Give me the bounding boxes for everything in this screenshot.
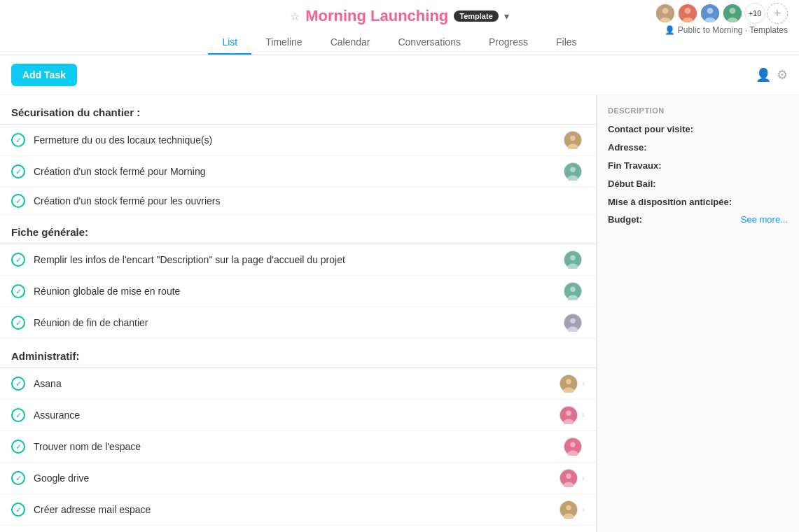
avatar-more: +10 [744, 3, 765, 24]
table-row[interactable]: ✓ Asana › [0, 368, 596, 400]
avatar-4 [722, 3, 743, 24]
task-name: Google drive [34, 472, 560, 484]
desc-label-adresse: Adresse: [608, 142, 647, 153]
desc-field-debut-bail: Début Bail: [608, 178, 788, 189]
toolbar: Add Task 👤 ⚙ [0, 55, 799, 95]
chevron-right-icon: › [582, 505, 585, 514]
desc-budget-row: Budget: See more... [608, 214, 788, 225]
check-icon[interactable]: ✓ [11, 377, 25, 391]
table-row[interactable]: ✓ Création d'un stock fermé pour Morning [0, 156, 596, 188]
svg-point-7 [707, 8, 714, 14]
desc-field-adresse: Adresse: [608, 141, 788, 153]
task-avatar [560, 469, 578, 487]
desc-label-mise-dispo: Mise à disposition anticipée: [608, 197, 732, 207]
task-name: Trouver nom de l'espace [34, 441, 564, 452]
check-icon[interactable]: ✓ [11, 284, 25, 298]
task-avatar [560, 374, 578, 393]
task-name: Remplir les infos de l'encart "Descripti… [34, 254, 564, 265]
app-header: ☆ Morning Launching Template ▾ +10 + 👤 P… [0, 0, 799, 55]
desc-label-debut-bail: Début Bail: [608, 178, 656, 189]
table-row[interactable]: ✓ Création d'un stock fermé pour les ouv… [0, 188, 596, 215]
task-avatar [564, 131, 582, 149]
svg-point-40 [566, 505, 571, 510]
desc-label-contact: Contact pour visite: [608, 124, 693, 134]
task-avatar [560, 500, 578, 519]
task-avatar-wrap: › [560, 374, 585, 393]
table-row[interactable]: ✓ Trouver nom de l'espace [0, 431, 596, 463]
table-row[interactable]: ✓ Réunion globale de mise en route [0, 276, 596, 307]
header-avatars: +10 + [655, 3, 788, 24]
task-avatar [560, 406, 578, 424]
task-name: Fermeture du ou des locaux technique(s) [34, 134, 564, 146]
tab-files[interactable]: Files [542, 31, 591, 55]
check-icon[interactable]: ✓ [11, 133, 25, 147]
task-avatar-wrap: › [560, 406, 585, 424]
star-icon[interactable]: ☆ [290, 10, 300, 23]
check-icon[interactable]: ✓ [11, 194, 25, 208]
svg-point-16 [570, 167, 575, 172]
nav-tabs: List Timeline Calendar Conversations Pro… [208, 31, 590, 55]
task-name: Réunion globale de mise en route [34, 286, 564, 297]
task-name: Créer adresse mail espace [34, 504, 560, 515]
tab-calendar[interactable]: Calendar [317, 31, 384, 55]
desc-label-budget: Budget: [608, 214, 642, 225]
template-badge: Template [454, 10, 498, 22]
svg-point-22 [570, 287, 575, 292]
task-avatar-wrap [564, 282, 585, 300]
check-icon[interactable]: ✓ [11, 471, 25, 485]
section-securisation: Sécurisation du chantier : [0, 95, 596, 125]
task-avatar-wrap [564, 251, 585, 269]
task-avatar [564, 438, 582, 456]
check-icon[interactable]: ✓ [11, 253, 25, 267]
task-avatar [564, 162, 582, 181]
table-row[interactable]: ✓ Créer adresse mail espace › [0, 494, 596, 526]
table-row[interactable]: ✓ Assurance › [0, 400, 596, 431]
task-avatar-wrap [564, 131, 585, 149]
svg-point-34 [570, 442, 575, 447]
toolbar-right: 👤 ⚙ [756, 67, 788, 83]
tab-list[interactable]: List [208, 31, 251, 55]
svg-point-10 [730, 8, 736, 14]
avatar-2 [677, 3, 698, 24]
tab-conversations[interactable]: Conversations [384, 31, 475, 55]
table-row[interactable]: ✓ Google drive › [0, 463, 596, 494]
svg-point-19 [570, 255, 575, 260]
sidebar-description-panel: DESCRIPTION Contact pour visite: Adresse… [596, 95, 799, 532]
table-row[interactable]: ✓ Réunion de fin de chantier [0, 307, 596, 339]
tab-progress[interactable]: Progress [475, 31, 542, 55]
task-avatar-wrap [564, 314, 585, 332]
svg-point-1 [662, 8, 669, 14]
filter-button[interactable]: ⚙ [777, 67, 788, 83]
section-title-admin: Administratif: [11, 350, 80, 362]
visibility-text: Public to Morning · Templates [678, 25, 788, 35]
check-icon[interactable]: ✓ [11, 408, 25, 422]
tab-timeline[interactable]: Timeline [251, 31, 316, 55]
task-name: Création d'un stock fermé pour Morning [34, 166, 564, 177]
svg-point-31 [566, 411, 571, 416]
table-row[interactable]: ✓ Notice descriptive sommaire des travau… [0, 526, 596, 532]
task-avatar-wrap: › [560, 469, 585, 487]
task-list-area: Sécurisation du chantier : ✓ Fermeture d… [0, 95, 596, 532]
add-task-button[interactable]: Add Task [11, 64, 77, 86]
section-fiche-generale: Fiche générale: [0, 215, 596, 244]
project-title: Morning Launching [305, 7, 448, 25]
check-icon[interactable]: ✓ [11, 503, 25, 517]
table-row[interactable]: ✓ Fermeture du ou des locaux technique(s… [0, 125, 596, 156]
check-icon[interactable]: ✓ [11, 316, 25, 330]
check-icon[interactable]: ✓ [11, 440, 25, 454]
dropdown-arrow-icon[interactable]: ▾ [504, 10, 509, 22]
task-name: Réunion de fin de chantier [34, 317, 564, 328]
task-avatar [564, 251, 582, 269]
task-avatar-wrap: › [560, 500, 585, 519]
description-label: DESCRIPTION [608, 106, 788, 115]
visibility-row: 👤 Public to Morning · Templates [665, 25, 788, 35]
task-name: Création d'un stock fermé pour les ouvri… [34, 195, 585, 206]
assign-filter-button[interactable]: 👤 [756, 67, 771, 83]
table-row[interactable]: ✓ Remplir les infos de l'encart "Descrip… [0, 244, 596, 276]
task-name: Asana [34, 378, 560, 389]
see-more-link[interactable]: See more... [741, 214, 788, 225]
check-icon[interactable]: ✓ [11, 164, 25, 178]
avatar-add-button[interactable]: + [767, 3, 788, 24]
section-title-securisation: Sécurisation du chantier : [11, 106, 140, 118]
chevron-right-icon: › [582, 379, 585, 388]
